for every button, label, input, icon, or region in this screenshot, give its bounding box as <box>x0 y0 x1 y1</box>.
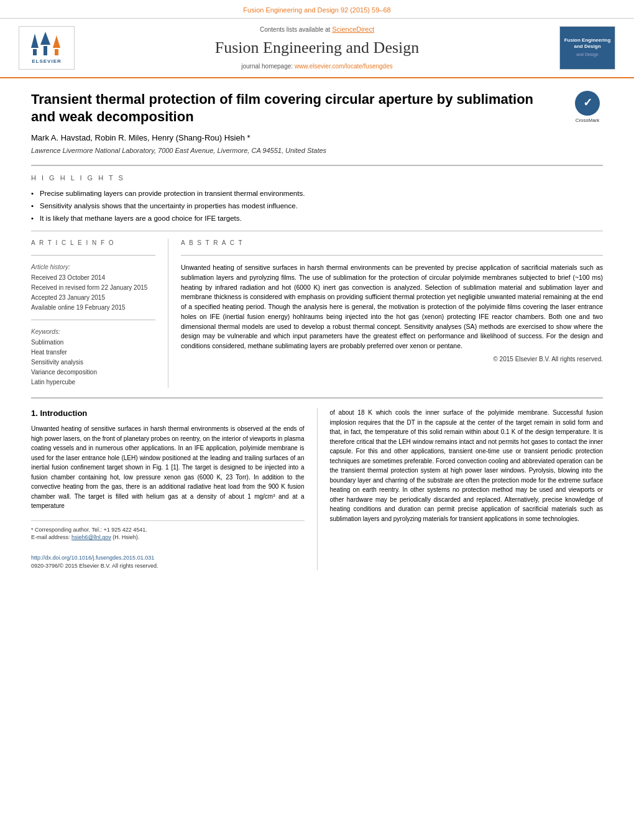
divider-5 <box>181 255 603 256</box>
doi-link[interactable]: http://dx.doi.org/10.1016/j.fusengdes.20… <box>31 555 154 561</box>
header-center: Contents lists available at ScienceDirec… <box>75 25 559 71</box>
email-label: E-mail address: <box>31 534 70 540</box>
col-divider <box>168 239 168 388</box>
section-title-text: Introduction <box>40 408 87 418</box>
keywords-label: Keywords: <box>31 328 155 336</box>
journal-logo-subtitle: and Design <box>576 52 598 58</box>
keyword-5: Latin hypercube <box>31 378 155 387</box>
page: Fusion Engineering and Design 92 (2015) … <box>0 0 634 840</box>
highlights-label: H I G H L I G H T S <box>31 173 603 183</box>
journal-logo-title: Fusion Engineering and Design <box>563 37 612 49</box>
article-info-label: A R T I C L E I N F O <box>31 239 155 247</box>
section-title: 1. Introduction <box>31 408 305 419</box>
divider-4 <box>31 320 155 320</box>
crossmark-container: ✓ CrossMark <box>572 91 603 124</box>
section-number: 1. <box>31 408 38 418</box>
highlights-section: H I G H L I G H T S Precise sublimating … <box>31 173 603 223</box>
keyword-1: Sublimation <box>31 338 155 347</box>
article-dates: Received 23 October 2014 Received in rev… <box>31 274 155 312</box>
body-col-divider <box>317 408 318 570</box>
email-note: E-mail address: hsieh6@llnl.gov (H. Hsie… <box>31 533 305 542</box>
header-area: ELSEVIER Contents lists available at Sci… <box>0 19 634 78</box>
history-label: Article history: <box>31 263 155 272</box>
journal-reference: Fusion Engineering and Design 92 (2015) … <box>243 6 390 14</box>
svg-marker-5 <box>53 35 60 48</box>
svg-marker-1 <box>31 34 39 48</box>
journal-homepage: journal homepage: www.elsevier.com/locat… <box>87 62 547 71</box>
divider-3 <box>31 255 155 256</box>
affiliation: Lawrence Livermore National Laboratory, … <box>31 146 603 155</box>
keyword-2: Heat transfer <box>31 348 155 357</box>
intro-left-text: Unwanted heating of sensitive surfaces i… <box>31 424 305 511</box>
elsevier-logo-box: ELSEVIER <box>19 26 75 70</box>
abstract-label: A B S T R A C T <box>181 239 603 247</box>
main-content: Transient thermal protection of film cov… <box>0 78 634 583</box>
elsevier-logo: ELSEVIER <box>19 26 75 70</box>
divider-1 <box>31 165 603 166</box>
copyright: © 2015 Elsevier B.V. All rights reserved… <box>181 355 603 364</box>
body-left-column: 1. Introduction Unwanted heating of sens… <box>31 408 305 570</box>
svg-rect-2 <box>44 46 47 55</box>
issn-text: 0920-3796/© 2015 Elsevier B.V. All right… <box>31 562 305 570</box>
highlight-item-3: It is likely that methane layers are a g… <box>31 213 603 223</box>
date-accepted: Accepted 23 January 2015 <box>31 293 155 302</box>
email-link[interactable]: hsieh6@llnl.gov <box>71 534 111 540</box>
abstract-text: Unwanted heating of sensitive surfaces i… <box>181 263 603 351</box>
elsevier-text: ELSEVIER <box>32 58 62 65</box>
homepage-label: journal homepage: <box>241 63 293 70</box>
date-online: Available online 19 February 2015 <box>31 303 155 312</box>
journal-logo-box: Fusion Engineering and Design and Design <box>559 26 615 70</box>
footnote-area: * Corresponding author. Tel.: +1 925 422… <box>31 520 305 570</box>
contents-label: Contents lists available at <box>260 26 330 33</box>
keywords-section: Keywords: Sublimation Heat transfer Sens… <box>31 328 155 387</box>
highlights-list: Precise sublimating layers can provide p… <box>31 188 603 223</box>
email-suffix: (H. Hsieh). <box>113 534 139 540</box>
svg-rect-4 <box>55 49 58 55</box>
journal-contents-meta: Contents lists available at ScienceDirec… <box>87 25 547 34</box>
elsevier-tree-icon <box>30 30 64 57</box>
body-right-column: of about 18 K which cools the inner surf… <box>330 408 604 570</box>
article-history: Article history: Received 23 October 201… <box>31 263 155 312</box>
divider-2 <box>31 231 603 231</box>
highlight-item-2: Sensitivity analysis shows that the unce… <box>31 201 603 211</box>
article-info-column: A R T I C L E I N F O Article history: R… <box>31 239 155 388</box>
sciencedirect-link[interactable]: ScienceDirect <box>332 25 374 33</box>
authors-text: Mark A. Havstad, Robin R. Miles, Henry (… <box>31 133 250 142</box>
divider-6 <box>31 397 603 399</box>
authors: Mark A. Havstad, Robin R. Miles, Henry (… <box>31 132 603 144</box>
keyword-3: Sensitivity analysis <box>31 358 155 367</box>
svg-marker-3 <box>40 32 50 45</box>
article-title: Transient thermal protection of film cov… <box>31 91 559 126</box>
highlight-item-1: Precise sublimating layers can provide p… <box>31 188 603 198</box>
article-title-section: Transient thermal protection of film cov… <box>31 91 603 126</box>
article-info-abstract: A R T I C L E I N F O Article history: R… <box>31 239 603 388</box>
crossmark-text: CrossMark <box>576 117 600 124</box>
intro-right-text: of about 18 K which cools the inner surf… <box>330 408 604 524</box>
homepage-link[interactable]: www.elsevier.com/locate/fusengdes <box>295 63 393 70</box>
top-bar: Fusion Engineering and Design 92 (2015) … <box>0 0 634 19</box>
crossmark-icon: ✓ <box>575 91 600 116</box>
corresponding-author-note: * Corresponding author. Tel.: +1 925 422… <box>31 526 305 534</box>
svg-rect-0 <box>33 49 37 55</box>
keyword-4: Variance decomposition <box>31 368 155 377</box>
date-received: Received 23 October 2014 <box>31 274 155 282</box>
journal-title: Fusion Engineering and Design <box>87 37 547 59</box>
body-content: 1. Introduction Unwanted heating of sens… <box>31 408 603 570</box>
date-revised: Received in revised form 22 January 2015 <box>31 284 155 292</box>
abstract-column: A B S T R A C T Unwanted heating of sens… <box>181 239 603 388</box>
keywords-list: Sublimation Heat transfer Sensitivity an… <box>31 338 155 387</box>
